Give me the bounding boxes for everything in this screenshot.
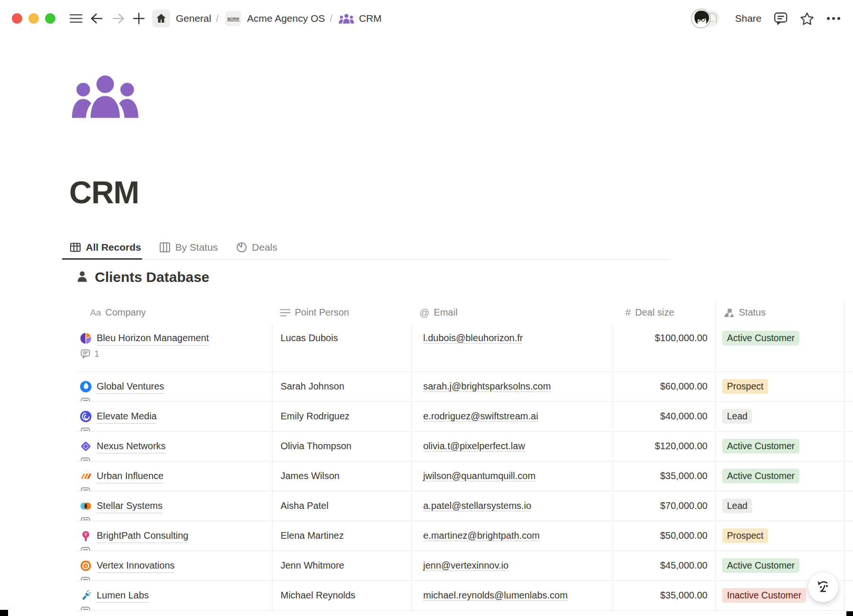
email-link[interactable]: sarah.j@brightsparksolns.com [423,381,551,392]
row-filler [845,462,853,491]
tab-deals[interactable]: Deals [236,236,278,259]
back-arrow-icon[interactable] [90,13,103,24]
workspace-logo-badge[interactable]: acme [225,11,241,26]
minimize-button[interactable] [28,13,39,24]
deal-size-cell[interactable]: $60,000.00 [613,372,716,401]
comment-count[interactable] [81,606,272,610]
deal-size-cell[interactable]: $70,000.00 [613,491,716,521]
status-badge: Active Customer [722,439,799,453]
breadcrumb-page[interactable]: CRM [359,13,381,24]
table-row[interactable]: Elevate Media Emily Rodriguez e.rodrigue… [76,402,853,432]
comment-count[interactable] [81,427,272,431]
table-view-icon [70,242,81,253]
comment-count[interactable] [81,487,272,491]
venn-logo-cyan-orange [80,500,92,512]
table-row[interactable]: Nexus Networks Olivia Thompson olivia.t@… [76,432,853,462]
deal-size-cell[interactable]: $120,000.00 [613,432,716,461]
point-person-cell[interactable]: Sarah Johnson [272,372,412,401]
table-row[interactable]: Lumen Labs Michael Reynolds michael.reyn… [76,581,853,611]
tab-by-status[interactable]: By Status [159,236,218,259]
droplet-logo-blue [80,380,92,393]
zoom-button[interactable] [45,13,55,24]
company-name-link[interactable]: Bleu Horizon Management [97,331,209,345]
collaborator-avatars[interactable] [690,8,723,29]
status-cell[interactable]: Active Customer [716,324,845,371]
sidebar-menu-icon[interactable] [70,13,82,24]
share-button[interactable]: Share [735,13,762,24]
status-cell[interactable]: Lead [716,491,845,521]
email-link[interactable]: l.dubois@bleuhorizon.fr [423,333,523,344]
email-link[interactable]: e.rodriguez@swiftstream.ai [423,411,538,422]
column-header-point-person[interactable]: Point Person [272,301,412,324]
favorite-star-icon[interactable] [800,12,814,26]
point-person-cell[interactable]: Jenn Whitmore [272,551,412,580]
email-link[interactable]: olivia.t@pixelperfect.law [423,441,525,452]
more-options-icon[interactable] [826,17,841,20]
forward-arrow-icon[interactable] [112,13,125,24]
company-name-link[interactable]: Urban Influence [97,469,163,483]
point-person-cell[interactable]: Michael Reynolds [272,581,412,610]
point-person-cell[interactable]: Elena Martinez [272,521,412,551]
table-row[interactable]: Bleu Horizon Management 1 Lucas Dubois l… [76,324,853,372]
email-link[interactable]: e.martinez@brightpath.com [423,530,540,541]
deal-size-cell[interactable]: $45,000.00 [613,551,716,580]
deal-size-cell[interactable]: $35,000.00 [613,581,716,610]
company-name-link[interactable]: Nexus Networks [97,439,166,453]
status-cell[interactable]: Lead [716,402,845,431]
lightbulb-logo-pink: T [80,530,92,542]
column-header-deal-size[interactable]: # Deal size [613,301,716,324]
new-tab-icon[interactable] [133,12,145,25]
comment-count[interactable] [81,576,272,580]
company-name-link[interactable]: Vertex Innovations [97,558,175,573]
board-view-icon [159,242,171,253]
point-person-cell[interactable]: Olivia Thompson [272,432,412,461]
breadcrumb-root[interactable]: General [176,13,211,24]
status-cell[interactable]: Active Customer [716,432,845,461]
email-cell: a.patel@stellarsystems.io [412,491,613,521]
column-header-company[interactable]: Aa Company [76,301,272,324]
deal-size-cell[interactable]: $50,000.00 [613,521,716,551]
table-row[interactable]: Stellar Systems Aisha Patel a.patel@stel… [76,491,853,521]
deal-size-cell[interactable]: $100,000.00 [613,324,716,371]
target-logo-orange [80,560,92,572]
point-person-cell[interactable]: Emily Rodriguez [272,402,412,431]
email-link[interactable]: jwilson@quantumquill.com [423,471,535,481]
deal-size-cell[interactable]: $35,000.00 [613,462,716,491]
point-person-cell[interactable]: Aisha Patel [272,491,412,521]
home-button[interactable] [152,9,170,27]
deal-size-cell[interactable]: $40,000.00 [613,402,716,431]
company-cell: Bleu Horizon Management 1 [76,324,272,371]
company-name-link[interactable]: Lumen Labs [97,588,149,603]
table-row[interactable]: T BrightPath Consulting Elena Martinez e… [76,521,853,551]
company-name-link[interactable]: Stellar Systems [97,498,163,513]
table-row[interactable]: Vertex Innovations Jenn Whitmore jenn@ve… [76,551,853,581]
breadcrumb-workspace[interactable]: Acme Agency OS [247,13,325,24]
comment-count[interactable] [81,397,272,401]
status-cell[interactable]: Active Customer [716,462,845,491]
company-name-link[interactable]: Global Ventures [97,379,164,394]
email-link[interactable]: jenn@vertexinnov.io [423,560,508,571]
email-link[interactable]: michael.reynolds@lumenlabs.com [423,590,568,601]
point-person-cell[interactable]: Lucas Dubois [272,324,412,371]
table-row[interactable]: Global Ventures Sarah Johnson sarah.j@br… [76,372,853,402]
page-icon-people[interactable] [72,75,138,120]
comment-count[interactable] [81,457,272,461]
ai-assistant-button[interactable] [808,572,838,602]
status-cell[interactable]: Prospect [716,521,845,551]
email-link[interactable]: a.patel@stellarsystems.io [423,500,531,511]
tab-label: Deals [252,242,278,253]
comments-icon[interactable] [774,12,788,25]
close-button[interactable] [12,13,22,24]
point-person-cell[interactable]: James Wilson [272,462,412,491]
column-header-email[interactable]: @ Email [412,301,613,324]
table-row[interactable]: Urban Influence James Wilson jwilson@qua… [76,462,853,491]
tab-all-records[interactable]: All Records [70,236,141,259]
company-name-link[interactable]: BrightPath Consulting [97,528,188,543]
company-name-link[interactable]: Elevate Media [97,409,157,424]
status-badge: Active Customer [722,469,799,483]
column-header-status[interactable]: Status [716,301,845,324]
status-cell[interactable]: Prospect [716,372,845,401]
comment-count[interactable] [81,546,272,551]
comment-count[interactable]: 1 [81,349,272,359]
comment-count[interactable] [81,516,272,521]
